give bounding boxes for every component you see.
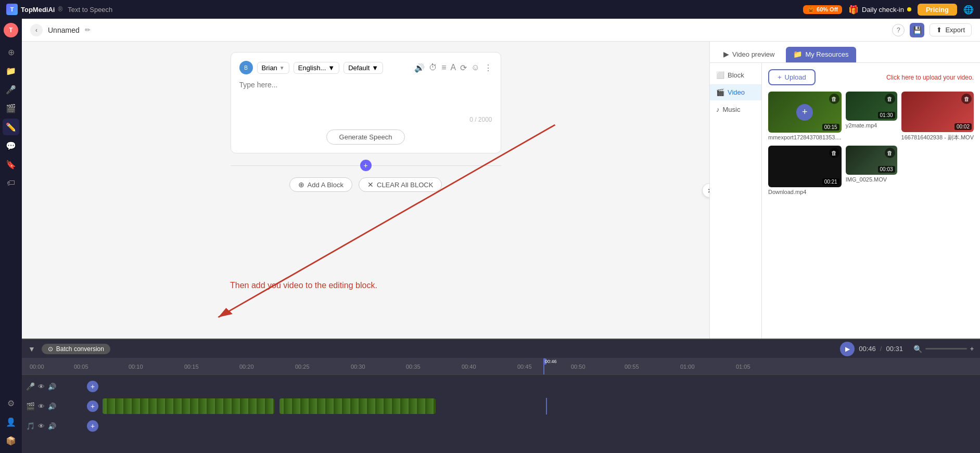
back-button[interactable]: ‹ (30, 24, 43, 36)
halloween-icon: 🎃 (807, 6, 814, 13)
header-bar: ‹ Unnamed ✏ ? 💾 ⬆ Export (22, 19, 980, 42)
track-1-audio[interactable]: 🔊 (48, 383, 56, 391)
video-thumb-4[interactable]: 🗑 00:21 (768, 146, 842, 187)
export-icon: ⬆ (936, 26, 942, 34)
sidebar-item-tag[interactable]: 🏷 (3, 175, 19, 191)
halloween-badge[interactable]: 🎃 60% Off (803, 5, 842, 14)
video-name-2: y2mate.mp4 (846, 122, 897, 128)
voice-selector[interactable]: Brian ▼ (257, 62, 289, 74)
batch-conversion-label: Batch conversion (56, 345, 104, 353)
track-2-audio[interactable]: 🔊 (48, 403, 56, 410)
play-button[interactable]: ▶ (840, 342, 855, 356)
emoji-icon[interactable]: ☺ (471, 63, 479, 72)
track-3-visibility[interactable]: 👁 (38, 422, 45, 430)
voice-dropdown-arrow: ▼ (279, 65, 285, 71)
sidebar-music[interactable]: ♪ Music (710, 101, 761, 118)
sidebar-item-bookmark[interactable]: 🔖 (3, 156, 19, 173)
playhead-label: 00:46 (543, 358, 546, 365)
track-1-visibility[interactable]: 👁 (38, 383, 45, 391)
sidebar-item-home[interactable]: ⊕ (3, 44, 19, 60)
sidebar-video[interactable]: 🎬 Video (710, 84, 761, 100)
sidebar-item-files[interactable]: 📁 (3, 62, 19, 79)
video-clip-1[interactable] (103, 398, 274, 414)
playhead-line-ruler: 00:46 (543, 358, 544, 374)
panel-toggle[interactable]: › (702, 183, 709, 198)
video-thumb-2[interactable]: 🗑 01:30 (846, 92, 897, 121)
generate-speech-button[interactable]: Generate Speech (326, 130, 405, 145)
video-delete-1[interactable]: 🗑 (829, 94, 839, 104)
sidebar-item-video[interactable]: 🎬 (3, 100, 19, 117)
daily-dot (907, 7, 911, 11)
track-2-add[interactable]: + (87, 400, 98, 412)
track-2-visibility[interactable]: 👁 (38, 403, 45, 410)
app-name: TopMediAi (21, 6, 55, 14)
video-delete-5[interactable]: 🗑 (885, 148, 895, 158)
timeline-toolbar: ▼ ⊙ Batch conversion ▶ 00:46 / 00:31 🔍 + (22, 340, 980, 358)
video-delete-2[interactable]: 🗑 (885, 94, 895, 104)
video-clip-2[interactable] (279, 398, 436, 414)
globe-icon[interactable]: 🌐 (963, 5, 974, 15)
track-controls-3: 🎵 👁 🔊 + (22, 420, 103, 432)
video-item-4: 🗑 00:21 Download.mp4 (768, 146, 842, 195)
pricing-button[interactable]: Pricing (918, 4, 957, 16)
video-preview-tab-label: Video preview (732, 50, 774, 58)
sidebar-item-box[interactable]: 📦 (3, 432, 19, 449)
sidebar-item-chat[interactable]: 💬 (3, 137, 19, 154)
video-delete-4[interactable]: 🗑 (829, 148, 839, 158)
video-sidebar-label: Video (728, 88, 745, 96)
style-selector[interactable]: Default ▼ (343, 62, 383, 74)
app-subtitle-separator: ® (58, 6, 62, 13)
my-resources-tab-icon: 📁 (793, 50, 802, 58)
export-button[interactable]: ⬆ Export (930, 23, 972, 36)
video-delete-3[interactable]: 🗑 (961, 94, 972, 104)
total-time: 00:31 (886, 345, 903, 353)
video-thumb-1[interactable]: + 🗑 00:15 (768, 92, 842, 133)
sidebar-block[interactable]: ⬜ Block (710, 67, 761, 83)
volume-icon[interactable]: 🔊 (414, 63, 425, 73)
sidebar-item-settings[interactable]: ⚙ (3, 395, 19, 411)
speed-icon[interactable]: ⏱ (429, 63, 437, 72)
zoom-slider[interactable] (925, 348, 967, 350)
collapse-button[interactable]: ▼ (28, 345, 35, 353)
settings-icon[interactable]: ≡ (441, 63, 446, 72)
sidebar-item-user[interactable]: 👤 (3, 413, 19, 430)
tab-my-resources[interactable]: 📁 My Resources (786, 47, 856, 62)
track-video-icon: 🎬 (26, 402, 35, 410)
batch-conversion-button[interactable]: ⊙ Batch conversion (42, 344, 110, 354)
more-icon[interactable]: ⋮ (484, 63, 492, 73)
zoom-in-icon[interactable]: + (970, 345, 974, 353)
clear-block-button[interactable]: ✕ CLEAR All BLOCK (359, 177, 442, 192)
user-avatar[interactable]: T (4, 23, 18, 37)
video-duration-5: 00:03 (878, 166, 895, 173)
video-thumb-3[interactable]: 🗑 00:02 (901, 92, 974, 132)
sync-icon[interactable]: ⟳ (460, 63, 467, 73)
upload-label: Upload (785, 73, 806, 81)
video-preview-tab-icon: ▶ (723, 50, 729, 58)
edit-title-icon[interactable]: ✏ (85, 26, 91, 34)
text-style-icon[interactable]: A (450, 63, 456, 72)
clear-block-icon: ✕ (367, 180, 374, 189)
marker-0: 00:05 (74, 364, 88, 370)
language-selector[interactable]: English... ▼ (294, 62, 339, 74)
save-button[interactable]: 💾 (910, 23, 924, 37)
video-thumb-5[interactable]: 🗑 00:03 (846, 146, 897, 175)
add-block-button[interactable]: ⊕ Add A Block (289, 177, 352, 192)
sidebar-item-mic[interactable]: 🎤 (3, 81, 19, 98)
tab-video-preview[interactable]: ▶ Video preview (716, 47, 782, 62)
zoom-out-icon[interactable]: 🔍 (913, 345, 922, 353)
topbar: T TopMediAi ® Text to Speech 🎃 60% Off 🎁… (0, 0, 980, 19)
add-line-dot[interactable]: + (360, 160, 372, 171)
help-button[interactable]: ? (892, 24, 905, 36)
block-sidebar-label: Block (728, 71, 744, 79)
track-3-add[interactable]: + (87, 420, 98, 432)
track-1-add[interactable]: + (87, 381, 98, 392)
right-panel-sidebar: ⬜ Block 🎬 Video ♪ Music (710, 63, 762, 339)
video-add-btn-1[interactable]: + (796, 104, 813, 121)
text-input[interactable] (239, 81, 492, 112)
playhead-track-line (546, 398, 547, 415)
track-3-audio[interactable]: 🔊 (48, 422, 56, 430)
play-controls: ▶ 00:46 / 00:31 (840, 342, 903, 356)
sidebar-item-edit[interactable]: ✏️ (3, 119, 19, 135)
daily-checkin[interactable]: 🎁 Daily check-in (848, 5, 911, 15)
upload-button[interactable]: + Upload (768, 69, 816, 85)
